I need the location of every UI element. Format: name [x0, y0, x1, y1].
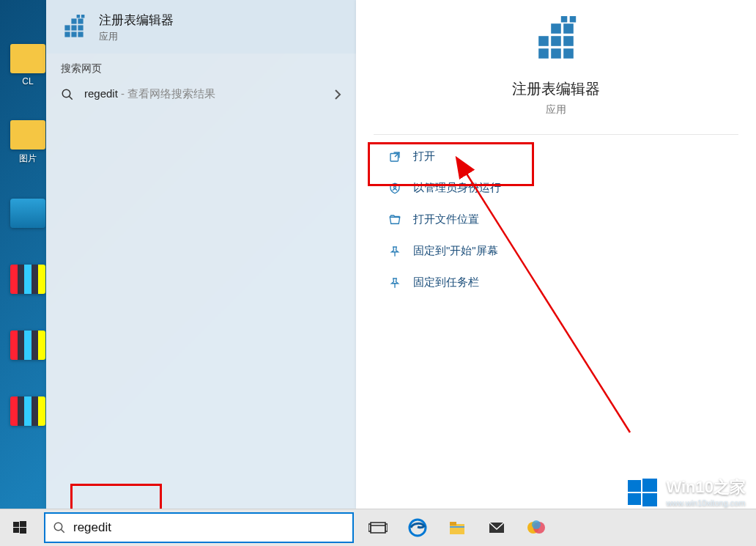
svg-rect-0 [64, 25, 70, 30]
watermark-title: Win10之家 [666, 478, 746, 496]
action-run-as-admin[interactable]: 以管理员身份运行 [356, 172, 756, 204]
svg-rect-42 [385, 524, 388, 531]
admin-icon [388, 182, 401, 195]
chevron-right-icon [334, 89, 341, 100]
photo-link-icon [527, 518, 546, 537]
action-label: 固定到任务栏 [413, 276, 479, 289]
svg-rect-6 [71, 18, 76, 23]
action-label: 固定到"开始"屏幕 [413, 244, 498, 258]
svg-point-50 [532, 520, 541, 529]
desktop-icon-settings[interactable] [9, 199, 47, 231]
watermark: Win10之家 www.win10xitong.com [626, 476, 746, 508]
action-pin-taskbar[interactable]: 固定到任务栏 [356, 267, 756, 298]
desktop-icon-pictures[interactable]: 图片 [9, 120, 47, 165]
action-open[interactable]: 打开 [356, 141, 756, 172]
svg-rect-15 [538, 48, 549, 59]
edge-icon [408, 518, 427, 537]
best-match-subtitle: 应用 [99, 30, 174, 43]
detail-subtitle: 应用 [546, 103, 566, 117]
svg-rect-1 [71, 25, 76, 30]
detail-actions: 打开 以管理员身份运行 打开文件位置 固定到"开始"屏幕 固定到任务栏 [356, 135, 756, 304]
taskbar-search-box[interactable] [44, 512, 354, 543]
svg-point-37 [54, 523, 62, 531]
windows-logo-icon [626, 476, 659, 508]
svg-rect-21 [570, 16, 577, 23]
svg-rect-46 [450, 526, 464, 528]
svg-rect-32 [642, 493, 657, 506]
svg-rect-8 [77, 15, 81, 18]
svg-rect-3 [64, 32, 70, 37]
taskbar [0, 509, 756, 546]
svg-rect-18 [551, 23, 561, 34]
svg-rect-20 [561, 16, 568, 23]
task-view-icon [368, 518, 388, 537]
svg-rect-2 [78, 25, 83, 30]
desktop-icons-column: CL 图片 [9, 44, 47, 429]
search-icon [61, 88, 74, 101]
search-icon [53, 521, 66, 534]
svg-point-10 [62, 89, 70, 97]
svg-rect-4 [71, 32, 76, 37]
svg-rect-5 [78, 32, 83, 37]
edge-button[interactable] [398, 509, 437, 546]
search-results-panel: 注册表编辑器 应用 搜索网页 regedit - 查看网络搜索结果 [46, 0, 356, 509]
result-detail-pane: 注册表编辑器 应用 打开 以管理员身份运行 打开文件位置 固定到"开始"屏幕 固… [356, 0, 756, 509]
svg-rect-17 [563, 48, 574, 59]
task-view-button[interactable] [358, 509, 398, 546]
svg-point-24 [394, 186, 396, 188]
svg-rect-13 [551, 36, 561, 46]
svg-rect-34 [20, 521, 26, 527]
svg-rect-44 [450, 524, 464, 534]
pin-icon [388, 245, 401, 258]
svg-rect-31 [628, 493, 641, 505]
svg-rect-45 [450, 522, 456, 525]
watermark-url: www.win10xitong.com [666, 498, 746, 507]
search-input[interactable] [73, 520, 345, 535]
action-pin-start[interactable]: 固定到"开始"屏幕 [356, 235, 756, 267]
desktop-icon-app1[interactable] [9, 265, 47, 297]
open-icon [388, 150, 401, 163]
svg-rect-16 [551, 48, 561, 59]
mail-icon [487, 518, 506, 537]
svg-rect-35 [13, 528, 19, 533]
svg-rect-9 [81, 15, 85, 18]
svg-line-38 [61, 529, 64, 533]
svg-rect-29 [628, 480, 641, 492]
regedit-icon [61, 15, 87, 41]
regedit-icon [531, 16, 581, 66]
action-open-file-location[interactable]: 打开文件位置 [356, 204, 756, 235]
action-label: 以管理员身份运行 [413, 181, 501, 195]
desktop-icon-app3[interactable] [9, 396, 47, 429]
svg-rect-39 [371, 523, 385, 533]
start-button[interactable] [0, 509, 40, 546]
svg-line-11 [69, 96, 73, 100]
windows-start-icon [12, 520, 27, 535]
web-search-result[interactable]: regedit - 查看网络搜索结果 [46, 80, 356, 108]
explorer-button[interactable] [437, 509, 477, 546]
svg-rect-19 [563, 23, 574, 34]
pin-icon [388, 276, 401, 289]
action-label: 打开文件位置 [413, 213, 479, 226]
action-label: 打开 [413, 150, 435, 163]
best-match-result[interactable]: 注册表编辑器 应用 [46, 0, 356, 54]
web-result-text: regedit - 查看网络搜索结果 [84, 87, 324, 101]
mail-button[interactable] [477, 509, 516, 546]
detail-header: 注册表编辑器 应用 [356, 0, 756, 117]
svg-rect-30 [642, 479, 657, 492]
detail-title: 注册表编辑器 [512, 79, 600, 99]
web-section-header: 搜索网页 [46, 54, 356, 80]
best-match-title: 注册表编辑器 [99, 12, 174, 29]
svg-rect-33 [13, 522, 19, 527]
svg-rect-7 [78, 18, 83, 23]
desktop-icon-app2[interactable] [9, 331, 47, 363]
folder-open-icon [388, 213, 401, 226]
svg-rect-14 [563, 36, 574, 46]
photo-link-button[interactable] [516, 509, 556, 546]
desktop-icon-cl[interactable]: CL [9, 44, 47, 86]
svg-rect-41 [368, 524, 371, 531]
svg-rect-12 [538, 36, 549, 46]
svg-rect-36 [20, 528, 26, 534]
explorer-icon [448, 518, 467, 537]
